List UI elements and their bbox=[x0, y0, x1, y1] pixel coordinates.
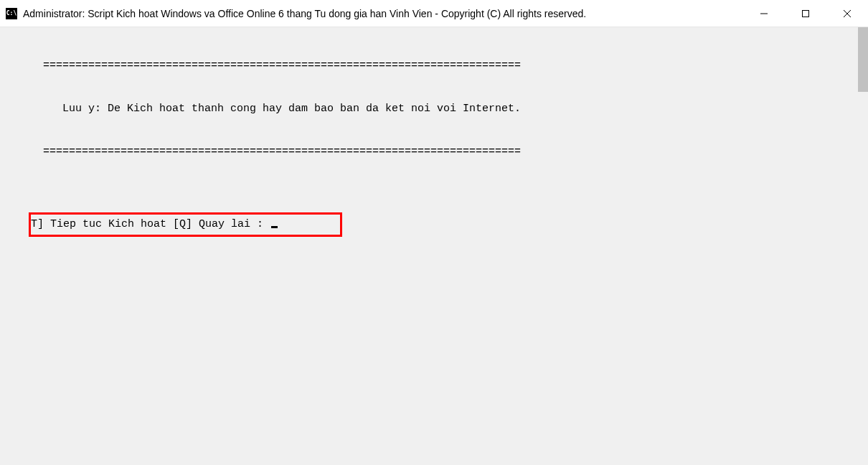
prompt-text: T] Tiep tuc Kich hoat [Q] Quay lai : bbox=[31, 218, 270, 230]
window-title: Administrator: Script Kich hoat Windows … bbox=[23, 8, 743, 19]
prompt-highlight: T] Tiep tuc Kich hoat [Q] Quay lai : bbox=[29, 212, 342, 237]
text-cursor bbox=[271, 226, 278, 228]
cmd-icon: C:\ bbox=[6, 8, 17, 19]
terminal-area[interactable]: ========================================… bbox=[0, 27, 868, 465]
scrollbar-track[interactable] bbox=[858, 27, 868, 465]
output-divider-bottom: ========================================… bbox=[0, 145, 868, 159]
output-notice: Luu y: De Kich hoat thanh cong hay dam b… bbox=[0, 102, 868, 116]
window-controls bbox=[743, 0, 868, 27]
svg-rect-1 bbox=[803, 10, 809, 17]
scrollbar-thumb[interactable] bbox=[858, 27, 868, 92]
minimize-button[interactable] bbox=[743, 0, 785, 27]
maximize-button[interactable] bbox=[785, 0, 826, 27]
close-button[interactable] bbox=[826, 0, 868, 27]
titlebar: C:\ Administrator: Script Kich hoat Wind… bbox=[0, 0, 868, 27]
output-divider-top: ========================================… bbox=[0, 59, 868, 73]
